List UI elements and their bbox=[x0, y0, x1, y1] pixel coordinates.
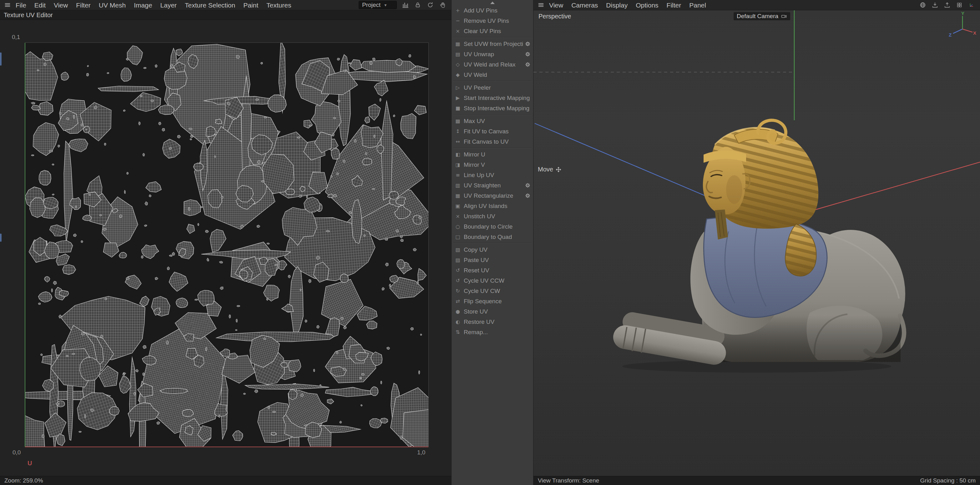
menu-separator bbox=[453, 81, 531, 81]
menu-layer[interactable]: Layer bbox=[156, 0, 181, 10]
unwrap-icon: ▤ bbox=[454, 51, 461, 57]
menu-texture-selection[interactable]: Texture Selection bbox=[181, 0, 239, 10]
uv-menu-item-label: Clear UV Pins bbox=[464, 28, 530, 35]
uv-menu-item-uv-peeler[interactable]: ▷UV Peeler bbox=[452, 82, 533, 93]
3d-viewport[interactable]: Perspective Default Camera Move Y X Z bbox=[533, 10, 980, 476]
panel-title: Texture UV Editor bbox=[0, 10, 451, 20]
uv-menu-item-remove-uv-pins[interactable]: −Remove UV Pins bbox=[452, 16, 533, 26]
camera-swap-icon[interactable] bbox=[781, 13, 787, 19]
uv-menu-item-mirror-u[interactable]: ◧Mirror U bbox=[452, 149, 533, 160]
scroll-up-arrow[interactable] bbox=[490, 2, 495, 4]
settings-gear-icon[interactable] bbox=[525, 41, 530, 46]
uv-menu-item-store-uv[interactable]: ●Store UV bbox=[452, 306, 533, 317]
uv-menu-item-boundary-to-circle[interactable]: ○Boundary to Circle bbox=[452, 222, 533, 232]
project-dropdown[interactable]: Project ▾ bbox=[359, 1, 397, 9]
uv-menu-item-copy-uv[interactable]: ▧Copy UV bbox=[452, 244, 533, 255]
uv-menu-item-fit-canvas-to-uv[interactable]: ↔Fit Canvas to UV bbox=[452, 136, 533, 147]
uv-menu-item-stop-interactive-mapping[interactable]: ■Stop Interactive Mapping bbox=[452, 103, 533, 113]
uv-menu-item-label: UV Peeler bbox=[464, 84, 530, 91]
uv-menu-item-reset-uv[interactable]: ↺Reset UV bbox=[452, 265, 533, 276]
menu-separator bbox=[453, 148, 531, 148]
globe-icon[interactable] bbox=[918, 1, 927, 10]
hand-icon[interactable] bbox=[438, 1, 447, 10]
grid-icon[interactable] bbox=[955, 1, 963, 10]
stop-mapping-icon: ■ bbox=[454, 105, 461, 111]
uv-menu-item-label: Flip Sequence bbox=[464, 298, 530, 305]
uv-menu-item-paste-uv[interactable]: ▨Paste UV bbox=[452, 255, 533, 265]
menu-uv-mesh[interactable]: UV Mesh bbox=[95, 0, 130, 10]
viewport-menu-panel[interactable]: Panel bbox=[685, 0, 710, 10]
menu-file[interactable]: File bbox=[11, 0, 30, 10]
lock-icon[interactable] bbox=[414, 1, 422, 10]
uv-menu-item-uv-weld-and-relax[interactable]: ◇UV Weld and Relax bbox=[452, 59, 533, 70]
uv-menu-item-uv-rectangularize[interactable]: ▦UV Rectangularize bbox=[452, 190, 533, 201]
menu-edit[interactable]: Edit bbox=[30, 0, 50, 10]
menu-filter[interactable]: Filter bbox=[72, 0, 95, 10]
fit-uv-icon: ↕ bbox=[454, 128, 461, 134]
uv-menu-item-set-uvw-from-projection[interactable]: ▦Set UVW from Projection bbox=[452, 39, 533, 49]
uv-menu-item-clear-uv-pins[interactable]: ×Clear UV Pins bbox=[452, 26, 533, 36]
boundary-quad-icon: □ bbox=[454, 234, 461, 240]
store-icon: ● bbox=[454, 309, 461, 314]
settings-gear-icon[interactable] bbox=[525, 193, 530, 198]
uv-menu-item-add-uv-pins[interactable]: +Add UV Pins bbox=[452, 5, 533, 16]
uv-menu-item-uv-unwrap[interactable]: ▤UV Unwrap bbox=[452, 49, 533, 59]
uv-menu-item-fit-uv-to-canvas[interactable]: ↕Fit UV to Canvas bbox=[452, 126, 533, 136]
viewport-menu-view[interactable]: View bbox=[545, 0, 567, 10]
uv-menu-item-restore-uv[interactable]: ◐Restore UV bbox=[452, 317, 533, 327]
uv-menu-item-flip-sequence[interactable]: ⇄Flip Sequence bbox=[452, 296, 533, 306]
settings-gear-icon[interactable] bbox=[525, 183, 530, 188]
dock-handle[interactable] bbox=[0, 234, 2, 242]
uv-menu-item-remap[interactable]: ⇅Remap... bbox=[452, 327, 533, 337]
camera-label[interactable]: Default Camera bbox=[733, 12, 790, 20]
viewport-menu-cameras[interactable]: Cameras bbox=[567, 0, 602, 10]
uv-editor-canvas-area[interactable]: 0,1 0,0 1,0 U bbox=[0, 20, 451, 476]
boundary-circle-icon: ○ bbox=[454, 223, 461, 230]
export-icon[interactable] bbox=[943, 1, 951, 10]
uv-menu-item-start-interactive-mapping[interactable]: ▶Start Interactive Mapping bbox=[452, 93, 533, 103]
corner-axis-icon[interactable] bbox=[967, 1, 975, 10]
uv-menu-item-label: Paste UV bbox=[464, 257, 530, 263]
view-label[interactable]: Perspective bbox=[538, 13, 571, 20]
settings-gear-icon[interactable] bbox=[525, 52, 530, 57]
uv-menu-item-max-uv[interactable]: ▩Max UV bbox=[452, 116, 533, 126]
uv-menu-item-label: Boundary to Quad bbox=[464, 234, 530, 241]
left-statusbar: Zoom: 259.0% bbox=[0, 476, 451, 485]
menu-image[interactable]: Image bbox=[130, 0, 156, 10]
uv-menu-item-align-uv-islands[interactable]: ▣Align UV Islands bbox=[452, 201, 533, 211]
import-icon[interactable] bbox=[931, 1, 939, 10]
hamburger-menu-icon[interactable] bbox=[536, 1, 545, 10]
settings-gear-icon[interactable] bbox=[525, 62, 530, 67]
uv-menu-item-label: Remove UV Pins bbox=[464, 17, 530, 24]
sync-icon[interactable] bbox=[426, 1, 434, 10]
menu-paint[interactable]: Paint bbox=[239, 0, 262, 10]
viewport-menu-options[interactable]: Options bbox=[632, 0, 662, 10]
uv-menu-item-uv-straighten[interactable]: ▥UV Straighten bbox=[452, 180, 533, 190]
uv-menu-item-boundary-to-quad[interactable]: □Boundary to Quad bbox=[452, 232, 533, 242]
move-tool-hint: Move bbox=[538, 166, 562, 173]
uv-menu-item-label: Cycle UV CCW bbox=[464, 277, 530, 284]
dock-handle[interactable] bbox=[0, 52, 2, 66]
uv-menu-item-label: Fit UV to Canvas bbox=[464, 128, 530, 135]
menu-view[interactable]: View bbox=[50, 0, 72, 10]
axis-gizmo: Y X Z bbox=[948, 11, 977, 40]
uv-menu-item-mirror-v[interactable]: ◨Mirror V bbox=[452, 160, 533, 170]
uv-map-canvas[interactable] bbox=[25, 43, 428, 447]
align-islands-icon: ▣ bbox=[454, 203, 461, 209]
uv-menu-item-label: Remap... bbox=[464, 329, 530, 336]
uv-menu-item-line-up-uv[interactable]: ≡Line Up UV bbox=[452, 170, 533, 180]
uv-menu-item-cycle-uv-ccw[interactable]: ↺Cycle UV CCW bbox=[452, 276, 533, 286]
uv-menu-item-unstitch-uv[interactable]: ×Unstitch UV bbox=[452, 211, 533, 222]
uv-menu-item-cycle-uv-cw[interactable]: ↻Cycle UV CW bbox=[452, 286, 533, 296]
hamburger-menu-icon[interactable] bbox=[3, 1, 11, 10]
menu-textures[interactable]: Textures bbox=[262, 0, 295, 10]
gizmo-x-label: X bbox=[973, 30, 976, 36]
uv-menu-item-uv-weld[interactable]: ◆UV Weld bbox=[452, 70, 533, 80]
viewport-menu-display[interactable]: Display bbox=[602, 0, 632, 10]
sphinx-model[interactable] bbox=[610, 116, 907, 375]
left-toolbar-icons bbox=[401, 1, 447, 10]
uv-v-axis-line bbox=[25, 43, 25, 447]
histogram-icon[interactable] bbox=[401, 1, 409, 10]
viewport-toolbar-icons bbox=[918, 1, 975, 10]
viewport-menu-filter[interactable]: Filter bbox=[663, 0, 686, 10]
